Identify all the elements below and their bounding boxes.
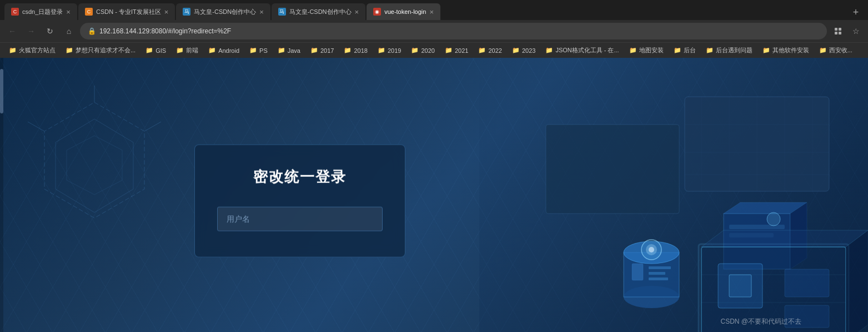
back-button[interactable]: ← [4,23,20,39]
browser-tab-tab2[interactable]: CCSDN - 专业IT发展社区× [78,3,175,20]
username-input[interactable] [217,206,383,231]
tab-favicon: ◉ [373,8,381,16]
svg-rect-44 [729,275,751,297]
scroll-indicator [0,58,3,332]
bookmark-label: PS [259,47,268,54]
bookmark-item[interactable]: 📁梦想只有追求才不会... [61,45,140,56]
bookmark-label: 2019 [388,47,401,54]
svg-marker-38 [701,230,868,247]
svg-rect-29 [649,278,668,280]
svg-rect-45 [785,269,829,297]
reload-button[interactable]: ↻ [42,23,58,39]
svg-marker-6 [67,136,122,195]
bookmark-item[interactable]: 📁2017 [306,46,338,55]
svg-marker-39 [846,230,868,332]
tab-close-button[interactable]: × [259,8,264,16]
watermark: CSDN @不要和代码过不去 [720,317,801,326]
bookmark-label: 前端 [186,46,198,54]
bookmark-label: 后台遇到问题 [716,46,752,54]
bookmark-item[interactable]: 📁西安收... [815,45,857,56]
tab-close-button[interactable]: × [355,8,359,16]
folder-icon: 📁 [545,47,553,54]
tab-close-button[interactable]: × [429,8,434,16]
tab-label: 马文皇-CSDN创作中心 [194,8,256,16]
tab-label: 马文皇-CSDN创作中心 [289,8,352,16]
bookmark-item[interactable]: 📁2021 [440,46,473,55]
bookmark-item[interactable]: 📁2018 [339,46,372,55]
browser-tab-tab5[interactable]: ◉vue-token-login× [367,3,440,20]
bookmark-item[interactable]: 📁后台遇到问题 [701,45,757,56]
bookmark-item[interactable]: 📁前端 [172,45,203,56]
folder-icon: 📁 [411,47,419,54]
scroll-thumb [0,69,3,113]
bookmark-item[interactable]: 📁2020 [407,46,439,55]
bookmark-label: JSON格式化工具 - 在... [555,46,619,54]
folder-icon: 📁 [9,47,17,54]
folder-icon: 📁 [478,47,486,54]
extensions-button[interactable] [830,23,846,39]
main-content: 密改统一登录 CSDN @不要和代码过不去 [0,58,868,332]
tab-favicon: C [11,8,19,16]
svg-rect-2 [835,32,837,34]
svg-line-9 [144,122,161,131]
tab-favicon: C [85,8,93,16]
browser-tab-tab1[interactable]: Ccsdn_日题登录× [4,3,77,20]
home-button[interactable]: ⌂ [61,23,77,39]
browser-chrome: Ccsdn_日题登录×CCSDN - 专业IT发展社区×马马文皇-CSDN创作中… [0,0,868,58]
tech-boxes [490,80,868,327]
bookmark-label: 地图安装 [639,46,664,54]
folder-icon: 📁 [249,47,257,54]
folder-icon: 📁 [674,47,681,54]
tab-close-button[interactable]: × [164,8,169,16]
tab-label: csdn_日题登录 [22,8,63,16]
svg-point-35 [767,212,780,226]
address-bar[interactable]: 🔒 192.168.144.129:8080/#/login?redirect=… [80,23,827,39]
folder-icon: 📁 [344,47,352,54]
bookmark-item[interactable]: 📁JSON格式化工具 - 在... [541,45,623,56]
svg-point-25 [649,247,654,252]
svg-line-8 [28,122,44,131]
bookmark-label: Android [218,47,239,54]
tab-favicon: 马 [278,8,286,16]
bookmark-item[interactable]: 📁其他软件安装 [758,45,814,56]
right-visual [479,58,868,332]
folder-icon: 📁 [66,47,73,54]
tab-favicon: 马 [183,8,190,16]
tab-bar: Ccsdn_日题登录×CCSDN - 专业IT发展社区×马马文皇-CSDN创作中… [0,0,868,20]
bookmarks-bar: 📁火狐官方站点📁梦想只有追求才不会...📁GIS📁前端📁Android📁PS📁J… [0,42,868,58]
folder-icon: 📁 [445,47,453,54]
bookmark-item[interactable]: 📁PS [245,46,272,55]
left-decoration [11,86,167,241]
bookmark-button[interactable]: ☆ [848,23,864,39]
forward-button[interactable]: → [23,23,39,39]
browser-tab-tab4[interactable]: 马马文皇-CSDN创作中心× [272,3,365,20]
bookmark-item[interactable]: 📁2023 [508,46,540,55]
svg-rect-3 [839,32,841,34]
folder-icon: 📁 [208,47,216,54]
bookmark-label: 2022 [488,47,501,54]
folder-icon: 📁 [819,47,827,54]
tab-close-button[interactable]: × [66,8,71,16]
bookmark-item[interactable]: 📁Java [273,46,305,55]
bookmark-label: 2018 [354,47,367,54]
address-bar-actions: ☆ [830,23,864,39]
svg-rect-27 [649,266,671,269]
bookmark-item[interactable]: 📁Android [204,46,244,55]
bookmark-item[interactable]: 📁后台 [669,45,700,56]
folder-icon: 📁 [378,47,385,54]
tab-label: CSDN - 专业IT发展社区 [96,8,161,16]
svg-rect-10 [546,125,679,214]
bookmark-label: 火狐官方站点 [19,46,56,54]
folder-icon: 📁 [629,47,637,54]
new-tab-button[interactable]: + [848,4,864,20]
bookmark-item[interactable]: 📁GIS [141,46,170,55]
bookmark-item[interactable]: 📁火狐官方站点 [4,45,60,56]
bookmark-label: GIS [155,47,166,54]
folder-icon: 📁 [176,47,184,54]
browser-tab-tab3[interactable]: 马马文皇-CSDN创作中心× [176,3,270,20]
bookmark-item[interactable]: 📁2019 [373,46,405,55]
bookmark-item[interactable]: 📁地图安装 [625,45,668,56]
bookmark-label: 梦想只有追求才不会... [76,46,136,54]
bookmark-item[interactable]: 📁2022 [474,46,506,55]
svg-rect-28 [649,272,665,275]
